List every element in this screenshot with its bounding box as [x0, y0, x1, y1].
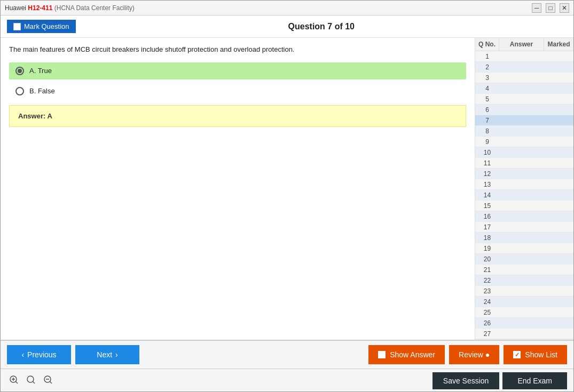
minimize-button[interactable]: ─: [532, 3, 541, 13]
sidebar-row[interactable]: 21: [475, 265, 573, 275]
sidebar-row[interactable]: 16: [475, 211, 573, 222]
sidebar-row[interactable]: 23: [475, 286, 573, 297]
sidebar-row[interactable]: 12: [475, 169, 573, 179]
sidebar-row[interactable]: 4: [475, 83, 573, 94]
end-exam-button[interactable]: End Exam: [502, 372, 567, 389]
window-title: Huawei H12-411 (HCNA Data Center Facilit…: [5, 4, 135, 12]
svg-line-5: [33, 382, 35, 384]
show-answer-label: Show Answer: [390, 350, 435, 359]
bottom-section: ‹ Previous Next › Show Answer Review ● ✓…: [1, 340, 573, 392]
sidebar-row[interactable]: 10: [475, 147, 573, 158]
sidebar-cell-qno: 22: [475, 277, 499, 284]
option-b-radio: [15, 87, 24, 95]
question-text: The main features of MCB circuit breaker…: [9, 44, 466, 55]
next-button[interactable]: Next ›: [75, 345, 139, 364]
question-list-sidebar: Q No. Answer Marked 12345678910111213141…: [475, 38, 573, 340]
sidebar-cell-qno: 15: [475, 202, 499, 210]
sidebar-cell-qno: 16: [475, 213, 499, 220]
sidebar-row[interactable]: 13: [475, 179, 573, 190]
next-chevron-icon: ›: [115, 350, 118, 359]
save-session-button[interactable]: Save Session: [433, 372, 500, 389]
svg-line-3: [16, 382, 18, 384]
sidebar-header-qno: Q No.: [475, 38, 499, 51]
sidebar-header-marked: Marked: [544, 38, 573, 51]
mark-checkbox-icon: [13, 23, 21, 30]
sidebar-row[interactable]: 1: [475, 51, 573, 62]
sidebar-row[interactable]: 5: [475, 94, 573, 105]
sidebar-row[interactable]: 9: [475, 137, 573, 147]
prev-chevron-icon: ‹: [21, 350, 24, 359]
sidebar-cell-qno: 12: [475, 170, 499, 178]
sidebar-cell-qno: 9: [475, 138, 499, 146]
title-bar: Huawei H12-411 (HCNA Data Center Facilit…: [1, 1, 573, 15]
sidebar-row[interactable]: 17: [475, 222, 573, 233]
sidebar-cell-qno: 26: [475, 319, 499, 327]
zoom-out-icon: [43, 375, 53, 385]
answer-text: Answer: A: [18, 112, 52, 120]
sidebar-row[interactable]: 7: [475, 115, 573, 126]
sidebar-cell-qno: 3: [475, 74, 499, 82]
sidebar-row[interactable]: 6: [475, 105, 573, 115]
svg-point-4: [27, 376, 34, 382]
sidebar-cell-qno: 23: [475, 287, 499, 295]
option-b-row[interactable]: B. False: [9, 83, 466, 100]
zoom-bar: Save Session End Exam: [1, 369, 573, 392]
sidebar-row[interactable]: 18: [475, 233, 573, 243]
sidebar-row[interactable]: 20: [475, 254, 573, 265]
previous-button[interactable]: ‹ Previous: [7, 345, 71, 364]
save-session-label: Save Session: [443, 377, 489, 385]
sidebar-row[interactable]: 3: [475, 73, 573, 83]
answer-box: Answer: A: [9, 105, 466, 127]
zoom-normal-button[interactable]: [24, 374, 38, 388]
show-list-button[interactable]: ✓ Show List: [504, 345, 567, 364]
close-button[interactable]: ✕: [560, 3, 569, 13]
sidebar-list[interactable]: 1234567891011121314151617181920212223242…: [475, 51, 573, 340]
sidebar-row[interactable]: 24: [475, 297, 573, 307]
sidebar-cell-qno: 19: [475, 245, 499, 252]
zoom-out-button[interactable]: [41, 374, 55, 388]
sidebar-row[interactable]: 11: [475, 158, 573, 169]
option-a-row[interactable]: A. True: [9, 62, 466, 79]
sidebar-row[interactable]: 8: [475, 126, 573, 137]
sidebar-cell-qno: 8: [475, 127, 499, 135]
main-content: Mark Question Question 7 of 10 The main …: [1, 15, 573, 392]
zoom-in-icon: [9, 375, 19, 385]
sidebar-cell-qno: 25: [475, 309, 499, 316]
end-exam-label: End Exam: [517, 377, 552, 385]
mark-question-label: Mark Question: [24, 22, 69, 30]
question-title: Question 7 of 10: [76, 22, 567, 31]
svg-line-8: [50, 382, 52, 384]
review-icon: ●: [485, 350, 490, 359]
sidebar-cell-qno: 21: [475, 266, 499, 274]
window-controls: ─ □ ✕: [532, 3, 569, 13]
previous-label: Previous: [27, 350, 56, 359]
sidebar-row[interactable]: 15: [475, 201, 573, 211]
review-button[interactable]: Review ●: [449, 345, 499, 364]
sidebar-row[interactable]: 26: [475, 318, 573, 329]
sidebar-row[interactable]: 27: [475, 329, 573, 339]
option-a-label: A. True: [29, 67, 52, 75]
sidebar-row[interactable]: 25: [475, 307, 573, 318]
mark-question-button[interactable]: Mark Question: [7, 20, 76, 33]
sidebar-row[interactable]: 22: [475, 275, 573, 286]
show-answer-button[interactable]: Show Answer: [368, 345, 445, 364]
sidebar-cell-qno: 4: [475, 85, 499, 92]
sidebar-cell-qno: 24: [475, 298, 499, 306]
bottom-bar: ‹ Previous Next › Show Answer Review ● ✓…: [1, 340, 573, 369]
sidebar-cell-qno: 27: [475, 330, 499, 338]
sidebar-cell-qno: 5: [475, 95, 499, 103]
sidebar-row[interactable]: 2: [475, 62, 573, 73]
sidebar-cell-qno: 20: [475, 255, 499, 263]
sidebar-cell-qno: 2: [475, 63, 499, 71]
option-b-label: B. False: [29, 87, 55, 95]
sidebar-header-answer: Answer: [499, 38, 544, 51]
sidebar-row[interactable]: 14: [475, 190, 573, 201]
maximize-button[interactable]: □: [546, 3, 555, 13]
option-a-radio: [15, 67, 24, 75]
sidebar-row[interactable]: 19: [475, 243, 573, 254]
sidebar-cell-qno: 11: [475, 159, 499, 167]
question-panel: The main features of MCB circuit breaker…: [1, 38, 475, 340]
sidebar-cell-qno: 1: [475, 53, 499, 60]
sidebar-cell-qno: 17: [475, 223, 499, 231]
zoom-in-button[interactable]: [7, 374, 21, 388]
